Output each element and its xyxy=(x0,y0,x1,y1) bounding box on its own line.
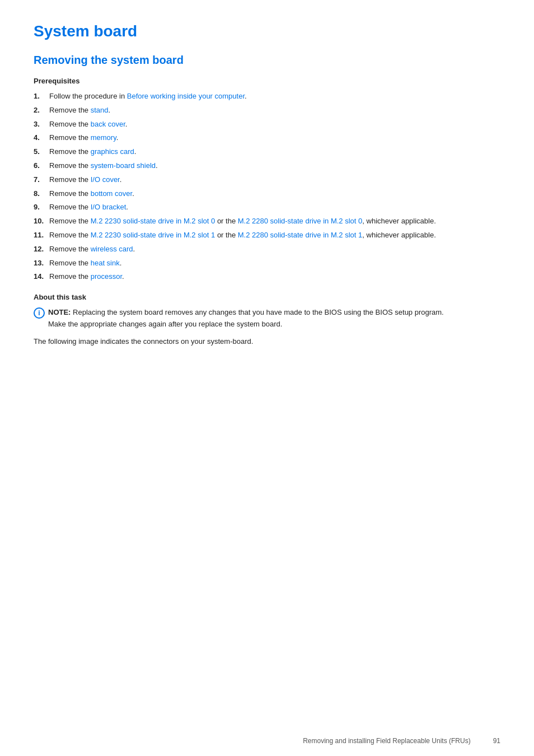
m2-2230-slot0-link[interactable]: M.2 2230 solid-state drive in M.2 slot 0 xyxy=(91,217,216,225)
prerequisites-section: Prerequisites 1. Follow the procedure in… xyxy=(34,77,500,283)
footer-section-label: Removing and installing Field Replaceabl… xyxy=(303,737,470,745)
list-item: 11. Remove the M.2 2230 solid-state driv… xyxy=(34,230,500,241)
list-num: 2. xyxy=(34,105,49,116)
note-text: NOTE: Replacing the system board removes… xyxy=(48,307,444,330)
list-text: Remove the memory. xyxy=(49,132,118,144)
list-item: 14. Remove the processor. xyxy=(34,271,500,283)
list-item: 3. Remove the back cover. xyxy=(34,119,500,130)
bottom-cover-link[interactable]: bottom cover xyxy=(91,189,132,198)
list-text: Remove the graphics card. xyxy=(49,146,136,158)
list-text: Remove the heat sink. xyxy=(49,258,121,269)
list-item: 2. Remove the stand. xyxy=(34,105,500,116)
list-item: 4. Remove the memory. xyxy=(34,132,500,144)
io-cover-link[interactable]: I/O cover xyxy=(91,175,120,184)
list-num: 6. xyxy=(34,160,49,172)
list-num: 12. xyxy=(34,244,49,255)
about-task-section: About this task i NOTE: Replacing the sy… xyxy=(34,293,500,347)
list-text: Remove the wireless card. xyxy=(49,244,135,255)
page-title: System board xyxy=(34,22,500,40)
m2-2280-slot0-link[interactable]: M.2 2280 solid-state drive in M.2 slot 0 xyxy=(238,217,363,225)
list-item: 9. Remove the I/O bracket. xyxy=(34,202,500,213)
list-item: 8. Remove the bottom cover. xyxy=(34,188,500,200)
list-text: Remove the back cover. xyxy=(49,119,127,130)
list-num: 4. xyxy=(34,132,49,144)
about-task-label: About this task xyxy=(34,293,500,301)
list-item: 10. Remove the M.2 2230 solid-state driv… xyxy=(34,216,500,227)
note-box: i NOTE: Replacing the system board remov… xyxy=(34,307,500,330)
graphics-card-link[interactable]: graphics card xyxy=(91,147,134,156)
heat-sink-link[interactable]: heat sink xyxy=(91,259,120,267)
note-label: NOTE: xyxy=(48,308,71,316)
section-title: Removing the system board xyxy=(34,54,500,67)
m2-2280-slot1-link[interactable]: M.2 2280 solid-state drive in M.2 slot 1 xyxy=(238,231,363,239)
list-text: Remove the system-board shield. xyxy=(49,160,158,172)
list-text: Remove the bottom cover. xyxy=(49,188,134,200)
note-body: Replacing the system board removes any c… xyxy=(48,308,444,328)
system-board-shield-link[interactable]: system-board shield xyxy=(91,161,156,170)
list-text: Remove the stand. xyxy=(49,105,110,116)
list-num: 3. xyxy=(34,119,49,130)
before-working-link[interactable]: Before working inside your computer xyxy=(127,92,245,100)
list-text: Remove the M.2 2230 solid-state drive in… xyxy=(49,230,436,241)
following-text: The following image indicates the connec… xyxy=(34,336,500,348)
list-num: 1. xyxy=(34,91,49,102)
list-num: 9. xyxy=(34,202,49,213)
footer-page-number: 91 xyxy=(493,737,500,745)
list-item: 12. Remove the wireless card. xyxy=(34,244,500,255)
processor-link[interactable]: processor xyxy=(91,272,122,281)
footer: Removing and installing Field Replaceabl… xyxy=(303,737,500,745)
list-text: Remove the processor. xyxy=(49,271,124,283)
list-item: 7. Remove the I/O cover. xyxy=(34,174,500,186)
list-num: 11. xyxy=(34,230,49,241)
stand-link[interactable]: stand xyxy=(91,106,109,114)
list-item: 13. Remove the heat sink. xyxy=(34,258,500,269)
memory-link[interactable]: memory xyxy=(91,133,116,142)
back-cover-link[interactable]: back cover xyxy=(91,120,125,128)
prerequisites-list: 1. Follow the procedure in Before workin… xyxy=(34,91,500,283)
list-item: 1. Follow the procedure in Before workin… xyxy=(34,91,500,102)
footer-text: Removing and installing Field Replaceabl… xyxy=(303,737,500,745)
list-num: 10. xyxy=(34,216,49,227)
list-num: 8. xyxy=(34,188,49,200)
m2-2230-slot1-link[interactable]: M.2 2230 solid-state drive in M.2 slot 1 xyxy=(91,231,216,239)
list-text: Remove the M.2 2230 solid-state drive in… xyxy=(49,216,436,227)
prerequisites-label: Prerequisites xyxy=(34,77,500,85)
list-num: 13. xyxy=(34,258,49,269)
list-num: 5. xyxy=(34,146,49,158)
list-item: 5. Remove the graphics card. xyxy=(34,146,500,158)
list-num: 14. xyxy=(34,271,49,283)
list-text: Remove the I/O bracket. xyxy=(49,202,128,213)
list-text: Follow the procedure in Before working i… xyxy=(49,91,247,102)
list-text: Remove the I/O cover. xyxy=(49,174,121,186)
list-num: 7. xyxy=(34,174,49,186)
io-bracket-link[interactable]: I/O bracket xyxy=(91,203,127,211)
note-icon: i xyxy=(34,307,45,319)
wireless-card-link[interactable]: wireless card xyxy=(91,245,133,253)
list-item: 6. Remove the system-board shield. xyxy=(34,160,500,172)
